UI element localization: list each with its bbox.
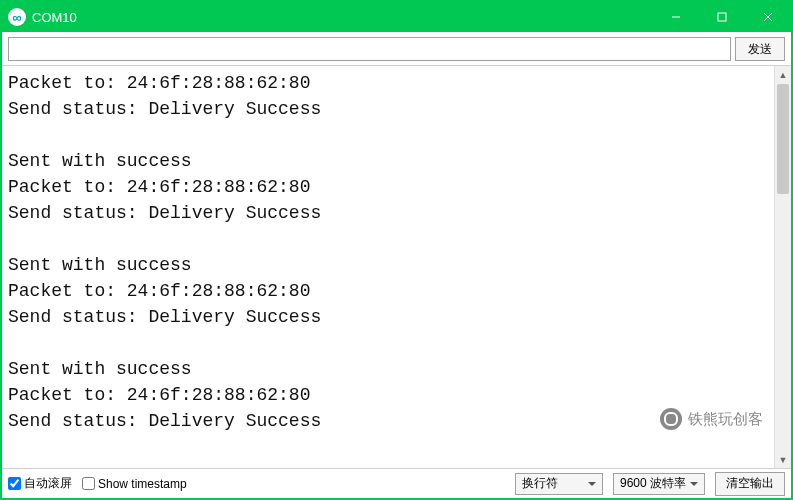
line-ending-value: 换行符 [522, 475, 558, 492]
console-area: Packet to: 24:6f:28:88:62:80 Send status… [2, 65, 791, 468]
window-title: COM10 [32, 10, 77, 25]
close-button[interactable] [745, 2, 791, 32]
clear-output-button[interactable]: 清空输出 [715, 472, 785, 496]
minimize-button[interactable] [653, 2, 699, 32]
titlebar[interactable]: COM10 [2, 2, 791, 32]
baud-rate-select[interactable]: 9600 波特率 [613, 473, 705, 495]
window-controls [653, 2, 791, 32]
baud-rate-value: 9600 波特率 [620, 475, 686, 492]
svg-rect-1 [718, 13, 726, 21]
send-button[interactable]: 发送 [735, 37, 785, 61]
timestamp-input[interactable] [82, 477, 95, 490]
timestamp-checkbox[interactable]: Show timestamp [82, 477, 187, 491]
line-ending-select[interactable]: 换行符 [515, 473, 603, 495]
scroll-up-icon[interactable]: ▲ [775, 66, 791, 83]
arduino-icon [8, 8, 26, 26]
maximize-button[interactable] [699, 2, 745, 32]
command-input[interactable] [8, 37, 731, 61]
vertical-scrollbar[interactable]: ▲ ▼ [774, 66, 791, 468]
send-row: 发送 [2, 32, 791, 65]
autoscroll-input[interactable] [8, 477, 21, 490]
scroll-down-icon[interactable]: ▼ [775, 451, 791, 468]
timestamp-label: Show timestamp [98, 477, 187, 491]
scroll-thumb[interactable] [777, 84, 789, 194]
autoscroll-checkbox[interactable]: 自动滚屏 [8, 475, 72, 492]
autoscroll-label: 自动滚屏 [24, 475, 72, 492]
serial-monitor-window: COM10 发送 Packet to: 24:6f:28:88:62:80 Se… [0, 0, 793, 500]
console-output[interactable]: Packet to: 24:6f:28:88:62:80 Send status… [2, 66, 774, 468]
status-bar: 自动滚屏 Show timestamp 换行符 9600 波特率 清空输出 [2, 468, 791, 498]
